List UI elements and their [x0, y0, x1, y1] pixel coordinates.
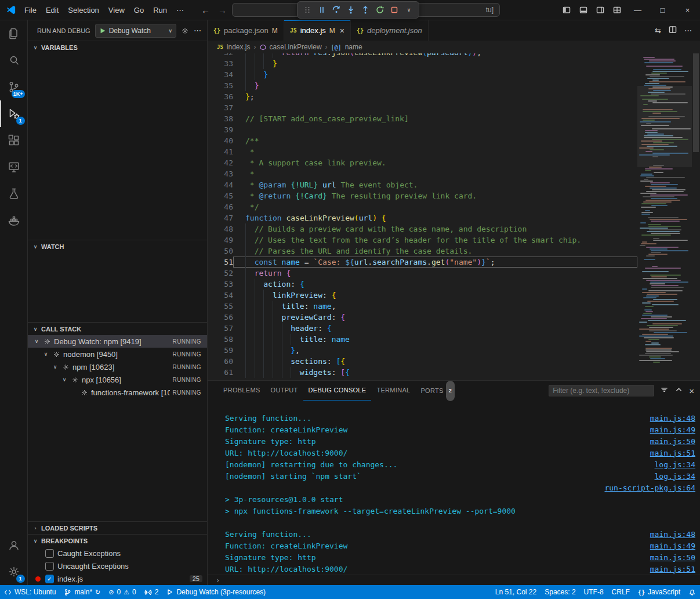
- console-source-link[interactable]: main.js:50: [650, 553, 695, 562]
- section-watch[interactable]: ∨WATCH: [28, 240, 207, 252]
- activity-extensions-icon[interactable]: [0, 127, 28, 154]
- code-line[interactable]: 49// Uses the text from the card’s heade…: [208, 234, 637, 246]
- customize-layout-icon[interactable]: [608, 0, 625, 20]
- breakpoint-checkbox[interactable]: [45, 562, 54, 571]
- eol-item[interactable]: CRLF: [608, 585, 634, 599]
- chevron-down-icon[interactable]: ∨: [32, 338, 41, 344]
- code-line[interactable]: 34}: [208, 69, 637, 80]
- settings-gear-icon[interactable]: 1: [0, 558, 28, 585]
- section-breakpoints[interactable]: ∨BREAKPOINTS: [28, 534, 207, 547]
- breakpoint-row[interactable]: Caught Exceptions: [28, 547, 207, 560]
- step-over-icon[interactable]: [329, 3, 343, 17]
- console-source-link[interactable]: run-script-pkg.js:64: [604, 483, 695, 492]
- code-line[interactable]: 44 * @param {!URL} url The event object.: [208, 179, 637, 190]
- go-forward-icon[interactable]: →: [218, 5, 227, 15]
- close-panel-icon[interactable]: ×: [689, 386, 694, 396]
- tab-terminal[interactable]: TERMINAL: [371, 381, 415, 400]
- console-source-link[interactable]: main.js:51: [650, 449, 695, 457]
- code-line[interactable]: 41 *: [208, 146, 637, 157]
- close-window-button[interactable]: ×: [675, 0, 700, 20]
- code-line[interactable]: 32return res.json(caseLinkPreview(parsed…: [208, 53, 637, 58]
- editor-more-actions-icon[interactable]: ⋯: [684, 26, 692, 35]
- activity-source-control-icon[interactable]: 1K+: [0, 74, 28, 100]
- console-source-link[interactable]: main.js:48: [650, 530, 695, 539]
- breadcrumb-symbol[interactable]: name: [345, 43, 362, 51]
- call-stack-session-row[interactable]: ∨nodemon [9450]RUNNING: [28, 348, 207, 360]
- maximize-panel-icon[interactable]: [674, 385, 683, 396]
- open-changes-icon[interactable]: ⇆: [655, 26, 661, 35]
- call-stack-session-row[interactable]: ∨npx [10656]RUNNING: [28, 373, 207, 386]
- indentation-item[interactable]: Spaces: 2: [541, 585, 579, 599]
- drag-handle-icon[interactable]: [300, 3, 314, 17]
- toggle-secondary-sidebar-icon[interactable]: [592, 0, 608, 20]
- remote-indicator[interactable]: WSL: Ubuntu: [0, 585, 60, 599]
- section-loaded-scripts[interactable]: ›LOADED SCRIPTS: [28, 521, 207, 534]
- code-line[interactable]: 52return {: [208, 268, 637, 279]
- breadcrumb-symbol[interactable]: caseLinkPreview: [270, 43, 322, 51]
- call-stack-session-row[interactable]: ∨npm [10623]RUNNING: [28, 360, 207, 373]
- tab-debug-console[interactable]: DEBUG CONSOLE: [303, 381, 372, 400]
- breakpoint-checkbox[interactable]: [45, 549, 54, 558]
- views-more-actions-icon[interactable]: ⋯: [194, 26, 201, 35]
- code-line[interactable]: 42 * A support case link preview.: [208, 157, 637, 168]
- code-line[interactable]: 51const name = `Case: ${url.searchParams…: [208, 257, 637, 268]
- editor-scrollbar[interactable]: [692, 53, 700, 380]
- code-editor[interactable]: 32return res.json(caseLinkPreview(parsed…: [208, 53, 700, 380]
- console-source-link[interactable]: main.js:49: [650, 425, 695, 434]
- split-editor-icon[interactable]: [668, 25, 677, 36]
- menu-go[interactable]: Go: [129, 0, 148, 20]
- encoding-item[interactable]: UTF-8: [580, 585, 608, 599]
- stop-icon[interactable]: [387, 3, 401, 17]
- go-back-icon[interactable]: ←: [201, 5, 210, 15]
- debug-console-input[interactable]: ›: [208, 575, 700, 585]
- debug-session-picker-icon[interactable]: ∨: [402, 3, 416, 17]
- problems-item[interactable]: ⊘ 0 ⚠ 0: [104, 585, 140, 599]
- code-line[interactable]: 37: [208, 102, 637, 113]
- call-stack-session-row[interactable]: functions-framework [106…RUNNING: [28, 386, 207, 399]
- code-line[interactable]: 35}: [208, 80, 637, 91]
- breakpoint-row[interactable]: Uncaught Exceptions: [28, 560, 207, 572]
- tab-index-js[interactable]: JS index.js M ×: [284, 20, 351, 41]
- menu-view[interactable]: View: [104, 0, 129, 20]
- console-source-link[interactable]: main.js:51: [650, 565, 695, 573]
- call-stack-session-row[interactable]: ∨Debug Watch: npm [9419]RUNNING: [28, 335, 207, 348]
- activity-testing-icon[interactable]: [0, 181, 28, 207]
- forwarded-ports-item[interactable]: 2: [140, 585, 163, 599]
- code-line[interactable]: 36};: [208, 91, 637, 102]
- activity-search-icon[interactable]: [0, 47, 28, 74]
- code-line[interactable]: 57header: {: [208, 323, 637, 334]
- code-line[interactable]: 59},: [208, 345, 637, 356]
- language-mode-item[interactable]: {}JavaScript: [634, 585, 684, 599]
- breakpoint-row[interactable]: ✓index.js25: [28, 572, 207, 585]
- code-line[interactable]: 54linkPreview: {: [208, 290, 637, 301]
- chevron-down-icon[interactable]: ∨: [42, 351, 50, 357]
- toggle-sidebar-icon[interactable]: [558, 0, 575, 20]
- notifications-item[interactable]: [684, 585, 700, 599]
- accounts-icon[interactable]: [0, 532, 28, 558]
- section-variables[interactable]: ∨VARIABLES: [28, 41, 207, 53]
- git-branch-item[interactable]: main* ↻: [60, 585, 104, 599]
- code-line[interactable]: 47function caseLinkPreview(url) {: [208, 212, 637, 223]
- code-line[interactable]: 33}: [208, 58, 637, 69]
- menu-file[interactable]: File: [20, 0, 41, 20]
- console-source-link[interactable]: main.js:50: [650, 437, 695, 446]
- code-line[interactable]: 45 * @return {!Card} The resulting previ…: [208, 190, 637, 201]
- code-line[interactable]: 48// Builds a preview card with the case…: [208, 223, 637, 234]
- activity-run-debug-icon[interactable]: 1: [0, 100, 28, 127]
- code-line[interactable]: 50// Parses the URL and identify the cas…: [208, 246, 637, 257]
- toggle-panel-icon[interactable]: [575, 0, 592, 20]
- debug-settings-gear-icon[interactable]: [181, 27, 189, 35]
- code-line[interactable]: 55title: name,: [208, 301, 637, 312]
- menu-run[interactable]: Run: [148, 0, 172, 20]
- breakpoint-checkbox[interactable]: ✓: [45, 575, 54, 583]
- debug-status-item[interactable]: Debug Watch (3p-resources): [162, 585, 270, 599]
- tab-output[interactable]: OUTPUT: [266, 381, 303, 400]
- breadcrumb-file[interactable]: index.js: [227, 43, 251, 51]
- tab-ports[interactable]: PORTS2: [415, 381, 460, 400]
- menu-selection[interactable]: Selection: [63, 0, 103, 20]
- activity-explorer-icon[interactable]: [0, 20, 28, 47]
- console-source-link[interactable]: main.js:48: [650, 414, 695, 423]
- menu-edit[interactable]: Edit: [41, 0, 63, 20]
- pause-icon[interactable]: [315, 3, 329, 17]
- minimap[interactable]: [637, 53, 692, 380]
